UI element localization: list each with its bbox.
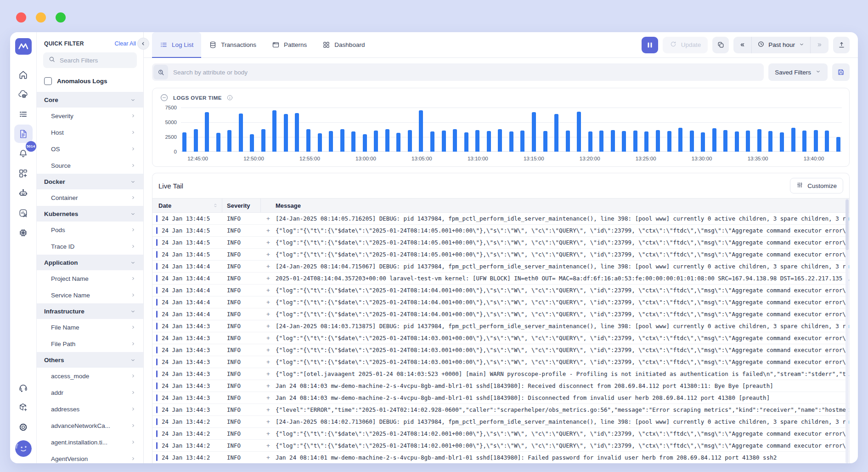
log-row[interactable]: 24 Jan 13:44:2INFO+{"log":"{\"t\":{\"$da… xyxy=(152,428,849,440)
log-row[interactable]: 24 Jan 13:44:5INFO+{"log":"{\"t\":{\"$da… xyxy=(152,249,849,261)
expand-log-button[interactable]: + xyxy=(261,287,276,294)
tab-transactions[interactable]: Transactions xyxy=(201,32,264,58)
rail-button-headset[interactable] xyxy=(14,378,33,397)
filter-item-project-name[interactable]: Project Name xyxy=(37,270,143,287)
expand-log-button[interactable]: + xyxy=(261,215,276,222)
filter-item-file-name[interactable]: File Name xyxy=(37,319,143,336)
expand-log-button[interactable]: + xyxy=(261,311,276,318)
rail-button-bell[interactable]: 5014 xyxy=(14,144,33,163)
log-row[interactable]: 24 Jan 13:44:3INFO+{"level":"ERROR","tim… xyxy=(152,404,849,416)
expand-log-button[interactable]: + xyxy=(261,251,276,258)
filter-search-input[interactable] xyxy=(60,57,132,64)
expand-log-button[interactable]: + xyxy=(261,347,276,353)
filter-item-os[interactable]: OS xyxy=(37,141,143,157)
time-forward-button[interactable] xyxy=(811,37,829,53)
rail-button-home[interactable] xyxy=(14,65,33,84)
expand-log-button[interactable]: + xyxy=(261,382,276,389)
filter-group-others[interactable]: Others xyxy=(37,352,143,368)
rail-button-chip[interactable] xyxy=(14,223,33,242)
column-header-date[interactable]: Date xyxy=(152,199,222,212)
close-window-button[interactable] xyxy=(16,12,26,23)
log-row[interactable]: 24 Jan 13:44:5INFO+{"log":"{\"t\":{\"$da… xyxy=(152,237,849,249)
log-row[interactable]: 24 Jan 13:44:5INFO+[24-Jan-2025 08:14:05… xyxy=(152,213,849,225)
log-row[interactable]: 24 Jan 13:44:2INFO+{"log":"{\"t\":{\"$da… xyxy=(152,440,849,452)
expand-log-button[interactable]: + xyxy=(261,275,276,282)
filter-item-access-mode[interactable]: access_mode xyxy=(37,368,143,384)
pause-button[interactable] xyxy=(642,37,658,53)
filter-group-docker[interactable]: Docker xyxy=(37,174,143,189)
info-icon[interactable] xyxy=(226,94,233,101)
filter-item-addresses[interactable]: addresses xyxy=(37,401,143,417)
anomalous-logs-checkbox[interactable] xyxy=(44,77,52,85)
rail-button-document[interactable] xyxy=(14,125,33,143)
anomalous-logs-filter[interactable]: Anomalous Logs xyxy=(37,74,143,92)
rail-button-cloud-database[interactable] xyxy=(14,85,33,103)
filter-item-source[interactable]: Source xyxy=(37,157,143,174)
rail-button-cube-add[interactable] xyxy=(14,398,33,416)
expand-log-button[interactable]: + xyxy=(261,299,276,306)
filter-item-file-path[interactable]: File Path xyxy=(37,336,143,352)
expand-log-button[interactable]: + xyxy=(261,370,276,377)
log-row[interactable]: 24 Jan 13:44:2INFO+Jan 24 08:14:01 mw-de… xyxy=(152,452,849,463)
update-button[interactable]: Update xyxy=(663,37,708,53)
expand-log-button[interactable]: + xyxy=(261,358,276,365)
log-row[interactable]: 24 Jan 13:44:3INFO+{"log":"{\"t\":{\"$da… xyxy=(152,332,849,344)
rail-button-user-analytics[interactable] xyxy=(14,204,33,222)
log-search-input[interactable] xyxy=(173,69,762,76)
export-button[interactable] xyxy=(833,37,850,53)
filter-item-agent-installation-ti-[interactable]: agent.installation.ti... xyxy=(37,434,143,450)
log-row[interactable]: 24 Jan 13:44:5INFO+{"log":"{\"t\":{\"$da… xyxy=(152,225,849,237)
expand-log-button[interactable]: + xyxy=(261,406,276,413)
tab-log-list[interactable]: Log List xyxy=(152,32,201,58)
filter-item-severity[interactable]: Severity xyxy=(37,108,143,124)
filter-item-advancenetworkca-[interactable]: advanceNetworkCa... xyxy=(37,417,143,434)
filter-item-agentversion[interactable]: AgentVersion xyxy=(37,450,143,463)
log-row[interactable]: 24 Jan 13:44:2INFO+[24-Jan-2025 08:14:02… xyxy=(152,416,849,428)
log-row[interactable]: 24 Jan 13:44:3INFO+[24-Jan-2025 08:14:03… xyxy=(152,320,849,332)
collapse-panel-button[interactable] xyxy=(137,38,149,50)
log-row[interactable]: 24 Jan 13:44:3INFO+Jan 24 08:14:03 mw-de… xyxy=(152,380,849,392)
filter-group-core[interactable]: Core xyxy=(37,92,143,108)
expand-log-button[interactable]: + xyxy=(261,394,276,401)
log-row[interactable]: 24 Jan 13:44:3INFO+Jan 24 08:14:03 mw-de… xyxy=(152,392,849,404)
log-row[interactable]: 24 Jan 13:44:3INFO+{"log":"[otel.javaage… xyxy=(152,368,849,380)
filter-item-pods[interactable]: Pods xyxy=(37,222,143,238)
maximize-window-button[interactable] xyxy=(56,12,66,23)
expand-log-button[interactable]: + xyxy=(261,418,276,425)
filter-item-service-name[interactable]: Service Name xyxy=(37,287,143,303)
rail-button-robot[interactable] xyxy=(14,184,33,202)
clear-all-link[interactable]: Clear All xyxy=(114,40,136,47)
time-back-button[interactable] xyxy=(733,37,751,53)
expand-log-button[interactable]: + xyxy=(261,227,276,234)
rail-button-gear[interactable] xyxy=(14,418,33,436)
expand-log-button[interactable]: + xyxy=(261,335,276,341)
app-logo[interactable] xyxy=(15,38,32,55)
scrollbar-thumb[interactable] xyxy=(845,199,849,250)
expand-log-button[interactable]: + xyxy=(261,263,276,270)
filter-group-application[interactable]: Application xyxy=(37,255,143,270)
filter-group-kubernetes[interactable]: Kubernetes xyxy=(37,206,143,222)
log-row[interactable]: 24 Jan 13:44:4INFO+{"log":"{\"t\":{\"$da… xyxy=(152,308,849,320)
expand-log-button[interactable]: + xyxy=(261,239,276,246)
filter-item-trace-id[interactable]: Trace ID xyxy=(37,238,143,255)
log-row[interactable]: 24 Jan 13:44:3INFO+{"log":"{\"t\":{\"$da… xyxy=(152,344,849,356)
log-row[interactable]: 24 Jan 13:44:4INFO+{"log":"{\"t\":{\"$da… xyxy=(152,284,849,296)
minimize-window-button[interactable] xyxy=(36,12,46,23)
scrollbar-track[interactable] xyxy=(845,199,849,463)
log-row[interactable]: 24 Jan 13:44:4INFO+2025-01-24T08:14:04.3… xyxy=(152,273,849,284)
time-range-selector[interactable]: Past hour xyxy=(752,37,810,53)
rail-button-log-lines[interactable] xyxy=(14,105,33,123)
save-filter-button[interactable] xyxy=(832,63,850,81)
saved-filters-button[interactable]: Saved Filters xyxy=(768,63,828,81)
log-row[interactable]: 24 Jan 13:44:4INFO+[24-Jan-2025 08:14:04… xyxy=(152,261,849,273)
rail-button-grid-add[interactable] xyxy=(14,164,33,182)
copy-button[interactable] xyxy=(712,37,729,53)
sort-icon[interactable] xyxy=(213,203,218,208)
log-row[interactable]: 24 Jan 13:44:4INFO+{"log":"{\"t\":{\"$da… xyxy=(152,296,849,308)
expand-log-button[interactable]: + xyxy=(261,454,276,461)
expand-log-button[interactable]: + xyxy=(261,442,276,449)
filter-item-container[interactable]: Container xyxy=(37,189,143,206)
tab-dashboard[interactable]: Dashboard xyxy=(315,32,372,58)
expand-log-button[interactable]: + xyxy=(261,430,276,437)
filter-item-addr[interactable]: addr xyxy=(37,384,143,401)
